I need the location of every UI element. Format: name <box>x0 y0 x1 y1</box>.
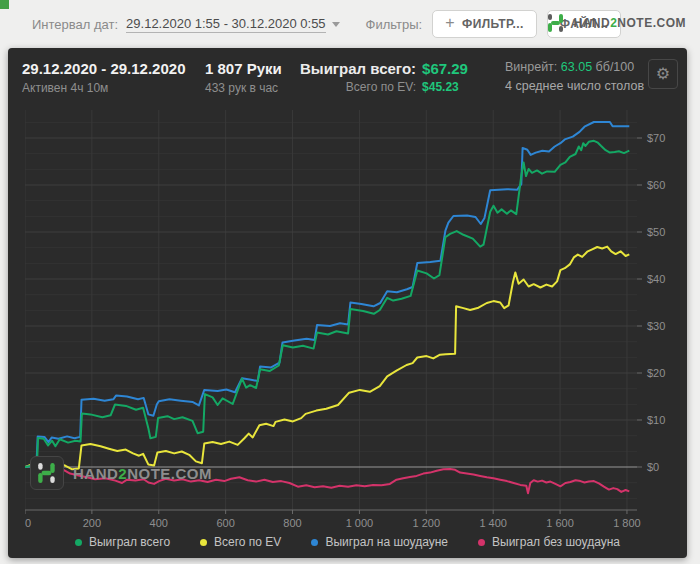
svg-text:600: 600 <box>216 517 234 529</box>
legend-label: Всего по EV <box>214 535 281 549</box>
svg-text:1 400: 1 400 <box>479 517 507 529</box>
ev-label: Всего по EV: <box>346 80 416 94</box>
won-total-value: $67.29 <box>422 60 468 77</box>
legend-dot-icon <box>478 539 485 546</box>
legend-dot-icon <box>200 539 207 546</box>
top-toolbar: Интервал дат: 29.12.2020 1:55 - 30.12.20… <box>0 0 700 48</box>
legend-item[interactable]: Выиграл на шоудауне <box>311 535 448 549</box>
legend-item[interactable]: Всего по EV <box>200 535 281 549</box>
svg-text:800: 800 <box>283 517 301 529</box>
svg-text:400: 400 <box>150 517 168 529</box>
settings-button[interactable]: ⚙ <box>648 59 678 89</box>
hand2note-watermark-icon <box>30 456 64 490</box>
hand2note-icon <box>547 14 565 32</box>
legend-label: Выиграл без шоудауна <box>492 535 620 549</box>
watermark-text: HAND2NOTE.COM <box>73 465 212 482</box>
chart-legend: Выиграл всегоВсего по EVВыиграл на шоуда… <box>8 535 687 549</box>
svg-text:1 600: 1 600 <box>546 517 574 529</box>
hands-block: 1 807 Руки 433 рук в час <box>205 60 282 95</box>
filters-label: Фильтры: <box>366 17 423 32</box>
svg-text:0: 0 <box>25 517 31 529</box>
chart-watermark: HAND2NOTE.COM <box>30 456 212 490</box>
date-range-selector[interactable]: 29.12.2020 1:55 - 30.12.2020 0:55 <box>126 16 326 33</box>
winrate-units: бб/100 <box>596 60 635 74</box>
session-date-block: 29.12.2020 - 29.12.2020 Активен 4ч 10м <box>22 60 185 95</box>
legend-item[interactable]: Выиграл всего <box>75 535 170 549</box>
winrate-value: 63.05 <box>561 60 592 74</box>
svg-text:$40: $40 <box>647 273 665 285</box>
ev-value: $45.23 <box>422 80 468 94</box>
won-total-label: Выиграл всего: <box>300 60 416 77</box>
winrate-block: Винрейт: 63.05 бб/100 4 среднее число ст… <box>505 60 644 93</box>
svg-text:1 200: 1 200 <box>413 517 441 529</box>
svg-text:$30: $30 <box>647 320 665 332</box>
winrate-label: Винрейт: <box>505 60 557 74</box>
chevron-down-icon[interactable] <box>332 22 340 27</box>
session-date-range: 29.12.2020 - 29.12.2020 <box>22 60 185 77</box>
svg-text:$60: $60 <box>647 179 665 191</box>
svg-text:$70: $70 <box>647 132 665 144</box>
hands-per-hour: 433 рук в час <box>205 81 282 95</box>
interval-label: Интервал дат: <box>32 17 118 32</box>
legend-dot-icon <box>311 539 318 546</box>
svg-text:200: 200 <box>83 517 101 529</box>
svg-text:1 000: 1 000 <box>346 517 374 529</box>
svg-text:$20: $20 <box>647 367 665 379</box>
legend-label: Выиграл всего <box>89 535 170 549</box>
svg-text:$10: $10 <box>647 414 665 426</box>
svg-text:1 800: 1 800 <box>613 517 641 529</box>
legend-item[interactable]: Выиграл без шоудауна <box>478 535 620 549</box>
plus-icon: + <box>445 14 455 32</box>
legend-dot-icon <box>75 539 82 546</box>
legend-label: Выиграл на шоудауне <box>325 535 448 549</box>
svg-text:$50: $50 <box>647 226 665 238</box>
hands-total: 1 807 Руки <box>205 60 282 77</box>
series-Выиграл всего <box>25 141 629 467</box>
filter-button[interactable]: + ФИЛЬТР... <box>432 10 537 38</box>
brand-text: HAND2NOTE.COM <box>573 16 686 30</box>
brand-logo-link[interactable]: HAND2NOTE.COM <box>547 14 686 32</box>
session-active-time: Активен 4ч 10м <box>22 81 185 95</box>
gear-icon: ⚙ <box>656 66 670 82</box>
filter-button-label: ФИЛЬТР... <box>462 17 524 31</box>
stats-panel: 29.12.2020 - 29.12.2020 Активен 4ч 10м 1… <box>8 48 687 558</box>
svg-text:$0: $0 <box>647 461 659 473</box>
winnings-block: Выиграл всего: $67.29 Всего по EV: $45.2… <box>300 60 468 94</box>
avg-tables: 4 среднее число столов <box>505 79 644 93</box>
